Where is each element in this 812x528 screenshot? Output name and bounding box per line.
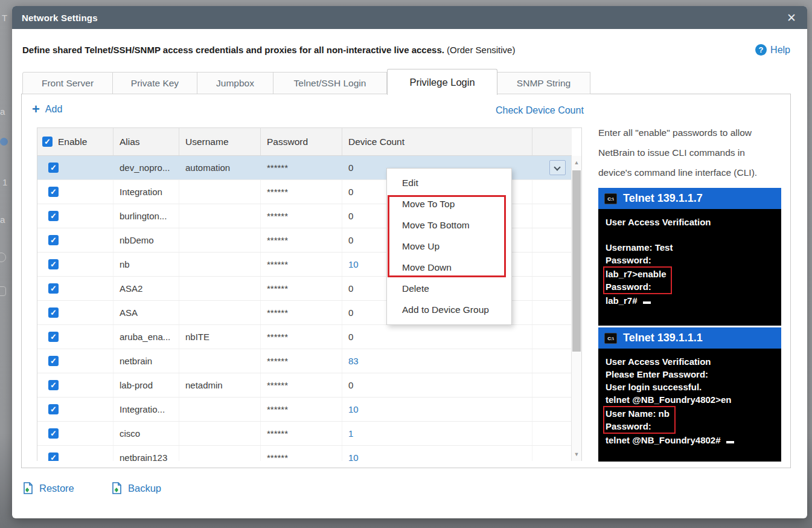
table-row[interactable]: ✓lab-prodnetadmin******0 <box>37 373 572 398</box>
alias-cell: nb <box>113 253 179 276</box>
alias-cell: Integratio... <box>113 398 179 421</box>
username-cell <box>179 422 261 445</box>
alias-cell: cisco <box>113 422 179 445</box>
device-count-link[interactable]: 83 <box>342 349 532 373</box>
menu-item-add-to-device-group[interactable]: Add to Device Group <box>387 299 511 320</box>
username-cell: nbITE <box>179 325 261 349</box>
description-line: Enter all "enable" passwords to allow <box>598 123 776 143</box>
row-checkbox[interactable]: ✓ <box>48 259 59 269</box>
alias-cell: netbrain123 <box>113 446 179 461</box>
terminal-line <box>606 228 774 241</box>
enable-cell: ✓ <box>37 422 113 445</box>
table-row[interactable]: ✓cisco******1 <box>37 422 572 446</box>
row-checkbox[interactable]: ✓ <box>48 428 59 439</box>
enable-cell: ✓ <box>37 204 113 228</box>
menu-item-edit[interactable]: Edit <box>387 172 511 193</box>
device-count-link[interactable]: 10 <box>342 398 532 421</box>
backup-label: Backup <box>128 483 161 494</box>
terminal-line: User Access Verification <box>606 216 774 228</box>
terminal-line: Password: <box>606 420 670 433</box>
table-row[interactable]: ✓Integratio...******10 <box>37 398 572 422</box>
row-checkbox[interactable]: ✓ <box>48 187 59 197</box>
background-fragment: a <box>0 214 5 225</box>
menu-item-move-to-top[interactable]: Move To Top <box>387 193 511 214</box>
tab-front-server[interactable]: Front Server <box>22 72 113 94</box>
terminal-title: Telnet 139.1.1.1 <box>623 332 703 344</box>
help-icon: ? <box>755 44 767 56</box>
device-count-cell: 0 <box>342 373 532 397</box>
terminal-line: telnet @NB_Foundry4802# <box>606 434 774 446</box>
terminal-line: User Access Verification <box>606 355 774 368</box>
table-row[interactable]: ✓netbrain123******10 <box>37 446 572 461</box>
tab-privilege-login[interactable]: Privilege Login <box>387 69 497 95</box>
row-actions-dropdown-button[interactable] <box>549 160 566 175</box>
menu-item-move-up[interactable]: Move Up <box>387 236 511 257</box>
select-all-checkbox[interactable]: ✓ <box>42 137 53 147</box>
username-cell <box>179 180 261 204</box>
terminal-line: lab_r7# <box>606 294 774 307</box>
row-checkbox[interactable]: ✓ <box>48 307 59 318</box>
close-icon[interactable]: ✕ <box>784 11 799 25</box>
menu-item-delete[interactable]: Delete <box>387 278 511 299</box>
password-cell: ****** <box>261 180 342 204</box>
column-header-password: Password <box>261 128 342 155</box>
device-count-link[interactable]: 1 <box>342 422 532 445</box>
menu-item-move-to-bottom[interactable]: Move To Bottom <box>387 214 511 236</box>
terminal-cursor <box>726 441 734 443</box>
add-button[interactable]: + Add <box>32 104 62 115</box>
scroll-up-icon[interactable]: ▲ <box>572 158 581 167</box>
tab-telnet-ssh-login[interactable]: Telnet/SSH Login <box>273 72 387 94</box>
enable-cell: ✓ <box>37 301 113 324</box>
backup-icon <box>112 482 123 495</box>
scroll-down-icon[interactable]: ▼ <box>572 449 581 459</box>
username-cell: netadmin <box>179 373 261 397</box>
enable-cell: ✓ <box>37 446 113 461</box>
tab-private-key[interactable]: Private Key <box>113 72 197 94</box>
row-checkbox[interactable]: ✓ <box>48 332 59 342</box>
restore-button[interactable]: Restore <box>23 482 74 495</box>
terminal-cursor <box>643 301 651 304</box>
alias-cell: lab-prod <box>113 373 179 397</box>
enable-cell: ✓ <box>37 349 113 373</box>
alias-cell: ASA <box>113 301 179 324</box>
row-checkbox[interactable]: ✓ <box>48 380 59 390</box>
alias-cell: dev_nopro... <box>113 156 179 179</box>
row-checkbox[interactable]: ✓ <box>48 211 59 221</box>
row-checkbox[interactable]: ✓ <box>48 356 59 366</box>
row-checkbox[interactable]: ✓ <box>48 163 59 173</box>
terminal-line: lab_r7>enable <box>606 268 666 280</box>
enable-cell: ✓ <box>37 253 113 276</box>
backup-button[interactable]: Backup <box>112 482 161 495</box>
terminal-card-1: C:\ Telnet 139.1.1.7 User Access Verific… <box>598 188 781 326</box>
network-settings-dialog: Network Settings ✕ Define shared Telnet/… <box>12 6 807 518</box>
scrollbar-thumb[interactable] <box>572 170 581 352</box>
username-cell <box>179 277 261 300</box>
help-link[interactable]: ? Help <box>755 44 790 56</box>
enable-cell: ✓ <box>37 325 113 349</box>
background-fragment: T <box>2 13 7 23</box>
background-fragment: 1 <box>2 177 7 187</box>
column-header-spacer <box>532 128 572 155</box>
row-checkbox[interactable]: ✓ <box>48 235 59 245</box>
row-checkbox[interactable]: ✓ <box>48 404 59 414</box>
table-row[interactable]: ✓aruba_ena...nbITE******0 <box>37 325 572 349</box>
device-count-link[interactable]: 10 <box>342 446 532 461</box>
check-device-count-link[interactable]: Check Device Count <box>496 105 584 116</box>
row-checkbox[interactable]: ✓ <box>48 452 59 461</box>
row-checkbox[interactable]: ✓ <box>48 283 59 294</box>
table-row[interactable]: ✓netbrain******83 <box>37 349 572 373</box>
menu-item-move-down[interactable]: Move Down <box>387 257 511 278</box>
password-cell: ****** <box>261 277 342 300</box>
terminal-card-2: C:\ Telnet 139.1.1.1 User Access Verific… <box>598 327 781 462</box>
chevron-down-icon <box>554 164 560 170</box>
tab-snmp-string[interactable]: SNMP String <box>497 72 590 94</box>
column-header-enable: ✓Enable <box>37 128 113 155</box>
screen: T a 1 a Network Settings ✕ Define shared… <box>0 0 812 528</box>
column-header-alias: Alias <box>113 128 179 155</box>
password-cell: ****** <box>261 349 342 373</box>
password-cell: ****** <box>261 301 342 324</box>
table-header: ✓EnableAliasUsernamePasswordDevice Count <box>37 128 572 156</box>
tab-jumpbox[interactable]: Jumpbox <box>197 72 273 94</box>
table-scrollbar[interactable]: ▲ ▼ <box>571 156 581 461</box>
password-cell: ****** <box>261 253 342 276</box>
